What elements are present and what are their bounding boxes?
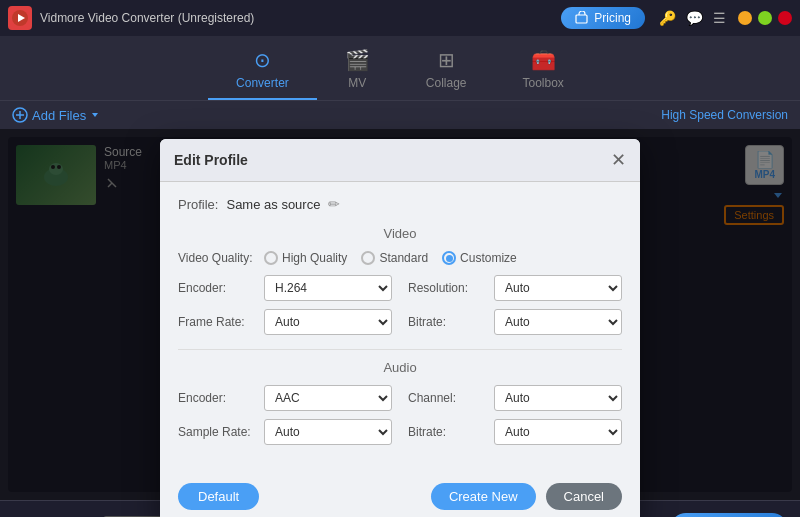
audio-bitrate-row: Bitrate: Auto xyxy=(408,419,622,445)
collage-icon: ⊞ xyxy=(438,48,455,72)
key-icon[interactable]: 🔑 xyxy=(659,10,676,26)
tab-mv-label: MV xyxy=(348,76,366,90)
channel-select[interactable]: Auto xyxy=(494,385,622,411)
video-quality-label: Video Quality: xyxy=(178,251,258,265)
audio-section-title: Audio xyxy=(178,360,622,375)
edit-profile-icon[interactable]: ✏ xyxy=(328,196,340,212)
profile-value: Same as source xyxy=(226,197,320,212)
tabs-bar: ⊙ Converter 🎬 MV ⊞ Collage 🧰 Toolbox xyxy=(0,36,800,101)
tab-converter[interactable]: ⊙ Converter xyxy=(208,42,317,100)
svg-rect-2 xyxy=(576,15,587,23)
samplerate-label: Sample Rate: xyxy=(178,425,258,439)
create-new-button[interactable]: Create New xyxy=(431,483,536,510)
tab-toolbox-label: Toolbox xyxy=(523,76,564,90)
section-divider xyxy=(178,349,622,350)
modal-overlay: Edit Profile ✕ Profile: Same as source ✏… xyxy=(0,129,800,500)
titlebar-icons: 🔑 💬 ☰ xyxy=(659,10,726,26)
framerate-row: Frame Rate: Auto xyxy=(178,309,392,335)
radio-customize-circle xyxy=(442,251,456,265)
titlebar: Vidmore Video Converter (Unregistered) P… xyxy=(0,0,800,36)
resolution-row: Resolution: Auto xyxy=(408,275,622,301)
framerate-label: Frame Rate: xyxy=(178,315,258,329)
video-bitrate-label: Bitrate: xyxy=(408,315,488,329)
radio-high-quality-circle xyxy=(264,251,278,265)
convert-all-button[interactable]: Convert All xyxy=(670,513,788,518)
tab-mv[interactable]: 🎬 MV xyxy=(317,42,398,100)
maximize-button[interactable] xyxy=(758,11,772,25)
close-button[interactable] xyxy=(778,11,792,25)
samplerate-select[interactable]: Auto xyxy=(264,419,392,445)
radio-standard-circle xyxy=(361,251,375,265)
video-quality-options: High Quality Standard Customize xyxy=(264,251,622,265)
pricing-button[interactable]: Pricing xyxy=(561,7,645,29)
profile-label: Profile: xyxy=(178,197,218,212)
menu-icon[interactable]: ☰ xyxy=(713,10,726,26)
modal-title: Edit Profile xyxy=(174,152,248,168)
audio-bitrate-select[interactable]: Auto xyxy=(494,419,622,445)
audio-form-grid: Encoder: AAC Channel: Auto Sample Rate: xyxy=(178,385,622,445)
converter-icon: ⊙ xyxy=(254,48,271,72)
samplerate-row: Sample Rate: Auto xyxy=(178,419,392,445)
footer-right: Create New Cancel xyxy=(431,483,622,510)
video-bitrate-row: Bitrate: Auto xyxy=(408,309,622,335)
edit-profile-modal: Edit Profile ✕ Profile: Same as source ✏… xyxy=(160,139,640,517)
audio-encoder-label: Encoder: xyxy=(178,391,258,405)
tab-toolbox[interactable]: 🧰 Toolbox xyxy=(495,42,592,100)
resolution-label: Resolution: xyxy=(408,281,488,295)
resolution-select[interactable]: Auto xyxy=(494,275,622,301)
channel-label: Channel: xyxy=(408,391,488,405)
cancel-button[interactable]: Cancel xyxy=(546,483,622,510)
encoder-label: Encoder: xyxy=(178,281,258,295)
plus-icon xyxy=(12,107,28,123)
add-files-button[interactable]: Add Files xyxy=(12,107,100,123)
chat-icon[interactable]: 💬 xyxy=(686,10,703,26)
radio-customize[interactable]: Customize xyxy=(442,251,517,265)
encoder-row: Encoder: H.264 xyxy=(178,275,392,301)
audio-encoder-select[interactable]: AAC xyxy=(264,385,392,411)
modal-close-button[interactable]: ✕ xyxy=(611,149,626,171)
titlebar-right: Pricing 🔑 💬 ☰ xyxy=(561,7,792,29)
tab-collage[interactable]: ⊞ Collage xyxy=(398,42,495,100)
mv-icon: 🎬 xyxy=(345,48,370,72)
dropdown-arrow-icon xyxy=(90,110,100,120)
high-speed-conversion-button[interactable]: High Speed Conversion xyxy=(661,108,788,122)
modal-footer: Default Create New Cancel xyxy=(160,473,640,517)
modal-body: Profile: Same as source ✏ Video Video Qu… xyxy=(160,182,640,473)
framerate-select[interactable]: Auto xyxy=(264,309,392,335)
video-section-title: Video xyxy=(178,226,622,241)
channel-row: Channel: Auto xyxy=(408,385,622,411)
main-toolbar: Add Files High Speed Conversion xyxy=(0,101,800,129)
tab-collage-label: Collage xyxy=(426,76,467,90)
cart-icon xyxy=(575,11,589,25)
profile-row: Profile: Same as source ✏ xyxy=(178,196,622,212)
titlebar-left: Vidmore Video Converter (Unregistered) xyxy=(8,6,254,30)
radio-standard[interactable]: Standard xyxy=(361,251,428,265)
modal-header: Edit Profile ✕ xyxy=(160,139,640,182)
video-bitrate-select[interactable]: Auto xyxy=(494,309,622,335)
app-icon xyxy=(8,6,32,30)
svg-marker-6 xyxy=(92,113,98,117)
toolbox-icon: 🧰 xyxy=(531,48,556,72)
audio-bitrate-label: Bitrate: xyxy=(408,425,488,439)
audio-encoder-row: Encoder: AAC xyxy=(178,385,392,411)
app-title: Vidmore Video Converter (Unregistered) xyxy=(40,11,254,25)
encoder-select[interactable]: H.264 xyxy=(264,275,392,301)
video-form-grid: Encoder: H.264 Resolution: Auto Frame Ra… xyxy=(178,275,622,335)
radio-high-quality[interactable]: High Quality xyxy=(264,251,347,265)
footer-left: Default xyxy=(178,483,259,510)
minimize-button[interactable] xyxy=(738,11,752,25)
tab-converter-label: Converter xyxy=(236,76,289,90)
window-controls xyxy=(738,11,792,25)
default-button[interactable]: Default xyxy=(178,483,259,510)
main-content: Source MP4 📄 MP4 Settings xyxy=(0,129,800,500)
video-quality-row: Video Quality: High Quality Standard xyxy=(178,251,622,265)
